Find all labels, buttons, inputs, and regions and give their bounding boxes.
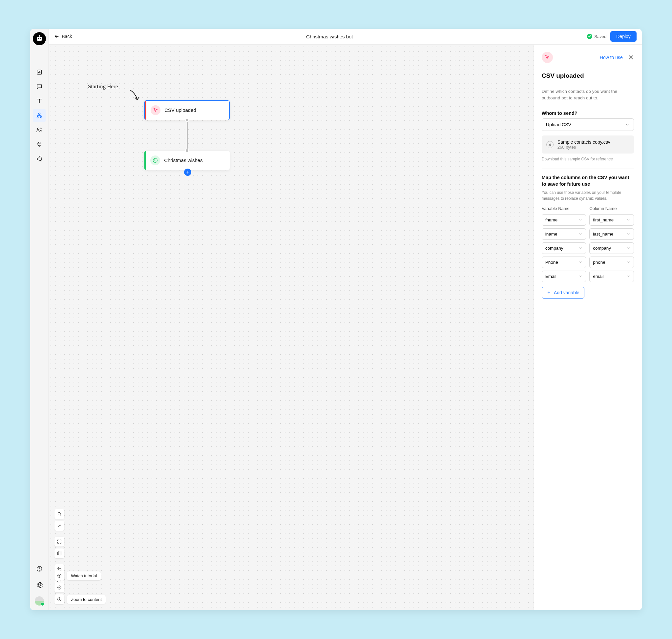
nav-chat-icon[interactable]	[33, 80, 46, 93]
add-variable-label: Add variable	[554, 290, 579, 295]
nav-people-icon[interactable]	[33, 123, 46, 137]
map-section-title: Map the columns on the CSV you want to s…	[542, 174, 634, 188]
close-icon[interactable]	[628, 54, 634, 60]
user-avatar[interactable]	[35, 596, 44, 606]
col-select[interactable]: email	[589, 271, 634, 282]
node-label: Christmas wishes	[164, 157, 203, 163]
plus-icon	[547, 290, 551, 295]
map-section-desc: You can use those variables on your temp…	[542, 190, 634, 201]
svg-point-1	[38, 38, 39, 39]
add-variable-button[interactable]: Add variable	[542, 287, 584, 298]
whom-value: Upload CSV	[546, 122, 571, 127]
deploy-button[interactable]: Deploy	[610, 31, 637, 42]
col-select[interactable]: company	[589, 243, 634, 254]
zoom-in-icon[interactable]	[55, 571, 64, 581]
workspace: Starting Here CSV uploaded	[49, 45, 642, 610]
svg-point-12	[37, 128, 39, 129]
watch-tutorial-button[interactable]: Watch tutorial	[67, 572, 101, 580]
map-icon[interactable]	[55, 548, 64, 558]
col-select[interactable]: last_name	[589, 228, 634, 240]
var-select[interactable]: Phone	[542, 256, 586, 268]
starting-arrow-icon	[128, 89, 142, 102]
var-select[interactable]: company	[542, 243, 586, 254]
zoom-out-icon[interactable]	[55, 582, 64, 592]
file-size: 268 bytes	[558, 145, 610, 150]
node-port-top[interactable]	[185, 149, 189, 153]
svg-rect-10	[37, 116, 38, 118]
sample-csv-link[interactable]: sample CSV	[568, 157, 590, 161]
chevron-down-icon	[579, 232, 582, 236]
page-title: Christmas wishes bot	[76, 34, 583, 40]
search-icon[interactable]	[55, 509, 64, 519]
mapping-grid: Variable Name Column Name fname first_na…	[542, 206, 634, 282]
flow-canvas[interactable]: Starting Here CSV uploaded	[49, 45, 534, 610]
nav-flow-icon[interactable]	[33, 109, 46, 122]
node-csv-uploaded[interactable]: CSV uploaded	[144, 100, 230, 120]
nav-book-icon[interactable]	[33, 94, 46, 108]
remove-file-button[interactable]	[546, 141, 553, 148]
svg-point-13	[40, 128, 41, 129]
chevron-down-icon	[625, 122, 630, 127]
app-logo	[33, 32, 46, 45]
svg-rect-0	[37, 37, 42, 41]
check-icon	[587, 34, 592, 39]
svg-point-15	[39, 570, 40, 571]
svg-rect-11	[40, 116, 42, 118]
col-header-column: Column Name	[589, 206, 634, 211]
chevron-down-icon	[626, 260, 630, 264]
right-panel: How to use CSV uploaded Define which con…	[534, 45, 642, 610]
divider	[542, 83, 634, 83]
panel-title: CSV uploaded	[542, 72, 634, 79]
chevron-down-icon	[579, 246, 582, 250]
svg-rect-9	[39, 113, 40, 114]
left-sidebar	[30, 29, 49, 610]
panel-description: Define which contacts do you want the ou…	[542, 88, 634, 102]
back-button[interactable]: Back	[54, 33, 72, 40]
help-icon[interactable]	[33, 562, 46, 575]
node-christmas-wishes[interactable]: Christmas wishes	[144, 151, 230, 170]
chevron-down-icon	[579, 218, 582, 222]
whom-select[interactable]: Upload CSV	[542, 119, 634, 131]
nav-puzzle-icon[interactable]	[33, 152, 46, 165]
main-area: Back Christmas wishes bot Saved Deploy S…	[49, 29, 642, 610]
col-header-variable: Variable Name	[542, 206, 586, 211]
uploaded-file: Sample contacts copy.csv 268 bytes	[542, 136, 634, 154]
how-to-use-link[interactable]: How to use	[600, 55, 623, 60]
download-note: Download this sample CSV for reference	[542, 157, 634, 161]
chevron-down-icon	[579, 274, 582, 278]
svg-point-2	[40, 38, 41, 39]
node-port-bottom[interactable]	[185, 118, 189, 122]
saved-indicator: Saved	[587, 34, 606, 39]
settings-icon[interactable]	[33, 579, 46, 592]
topbar: Back Christmas wishes bot Saved Deploy	[49, 29, 642, 45]
svg-point-17	[58, 513, 60, 515]
starting-note: Starting Here	[88, 83, 118, 90]
node-connector	[187, 121, 188, 153]
back-label: Back	[62, 34, 72, 39]
chevron-down-icon	[579, 260, 582, 264]
whom-label: Whom to send?	[542, 111, 634, 116]
chevron-down-icon	[626, 218, 630, 222]
col-select[interactable]: phone	[589, 256, 634, 268]
var-select[interactable]: lname	[542, 228, 586, 240]
add-node-button[interactable]: +	[184, 169, 191, 176]
col-select[interactable]: first_name	[589, 214, 634, 226]
var-select[interactable]: Email	[542, 271, 586, 282]
svg-point-16	[153, 158, 157, 162]
var-select[interactable]: fname	[542, 214, 586, 226]
expand-icon[interactable]	[55, 537, 64, 546]
nav-plug-icon[interactable]	[33, 138, 46, 151]
canvas-tools-bottom: Watch tutorial Zoom to content	[55, 571, 106, 604]
divider	[542, 169, 634, 169]
clock-icon[interactable]	[55, 594, 64, 604]
file-name: Sample contacts copy.csv	[558, 139, 610, 145]
wand-icon[interactable]	[55, 521, 64, 531]
chevron-down-icon	[626, 274, 630, 278]
chevron-down-icon	[626, 246, 630, 250]
chevron-down-icon	[626, 232, 630, 236]
zoom-to-content-button[interactable]: Zoom to content	[67, 595, 106, 604]
whatsapp-icon	[150, 155, 160, 165]
node-label: CSV uploaded	[164, 107, 196, 113]
arrow-left-icon	[54, 33, 60, 40]
nav-chart-icon[interactable]	[33, 66, 46, 79]
